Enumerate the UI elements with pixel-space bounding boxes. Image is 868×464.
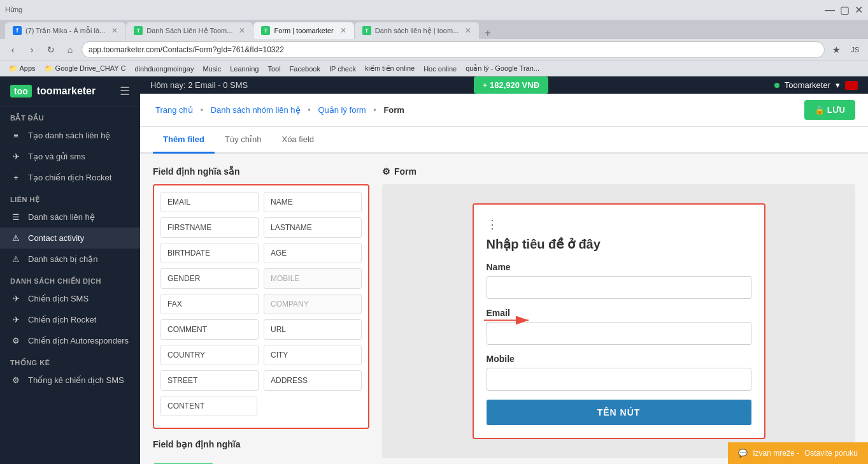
breadcrumb-forms[interactable]: Quản lý form xyxy=(318,105,366,115)
sidebar-label-rocket-camp: Chiến dịch Rocket xyxy=(28,315,96,324)
bookmark-apps[interactable]: 📁 Apps xyxy=(5,63,39,74)
bookmarks-bar: 📁 Apps 📁 Google Drive_CHAY C dinhduongmo… xyxy=(0,61,868,76)
bookmark-star[interactable]: ★ xyxy=(829,42,844,57)
field-lastname[interactable]: LASTNAME xyxy=(264,217,362,238)
back-btn[interactable]: ‹ xyxy=(5,42,20,57)
sidebar-label-send-sms: Tạo và gửi sms xyxy=(28,152,85,161)
tab-contacts2[interactable]: T Danh sách liên hệ | toom... ✕ xyxy=(355,22,480,39)
breadcrumb-home[interactable]: Trang chủ xyxy=(155,105,193,115)
logo-icon: too xyxy=(10,85,32,98)
form-preview-wrapper: ⋮ Nhập tiêu đề ở đây Name Email Mobile xyxy=(382,184,855,458)
field-country[interactable]: COUNTRY xyxy=(160,345,259,365)
field-age[interactable]: AGE xyxy=(264,243,362,263)
fields-row: STREET ADDRESS xyxy=(160,370,362,391)
tab-add-field[interactable]: Thêm filed xyxy=(153,127,215,154)
field-email[interactable]: EMAIL xyxy=(160,192,259,212)
tab-contacts[interactable]: T Danh Sách Liên Hệ Toom... ✕ xyxy=(126,22,253,39)
stats-icon: ⚙ xyxy=(10,375,22,385)
form-mobile-field: Mobile xyxy=(487,354,751,400)
field-company[interactable]: COMPANY xyxy=(264,294,362,314)
bookmark-tool[interactable]: Tool xyxy=(264,64,284,74)
sidebar-item-contact-activity[interactable]: ⚠ Contact activity xyxy=(0,228,140,249)
minimize-btn[interactable]: — xyxy=(825,4,835,16)
sidebar-item-contacts-list[interactable]: ☰ Danh sách liên hệ xyxy=(0,207,140,228)
field-city[interactable]: CITY xyxy=(264,345,362,365)
bookmark-dinh[interactable]: dinhduongmoingay xyxy=(131,64,197,74)
autoresponders-icon: ⚙ xyxy=(10,336,22,345)
right-panel: ⚙ Form xyxy=(382,166,855,464)
form-main-title: Nhập tiêu đề ở đây xyxy=(487,236,751,252)
sidebar-item-send-sms[interactable]: ✈ Tạo và gửi sms xyxy=(0,146,140,167)
form-settings-icon: ⚙ xyxy=(382,166,390,177)
sidebar-logo: too toomarketer ☰ xyxy=(0,76,140,106)
address-text: app.toomarketer.com/Contacts/Form?gId=76… xyxy=(89,45,284,54)
sidebar-label-contacts-list: Danh sách liên hệ xyxy=(28,212,95,222)
close-btn[interactable]: ✕ xyxy=(855,4,863,16)
bookmark-kiem[interactable]: kiếm tiền online xyxy=(361,63,418,74)
tab-label: Form | toomarketer xyxy=(274,27,333,34)
tab-close-icon[interactable]: ✕ xyxy=(340,26,346,35)
field-address[interactable]: ADDRESS xyxy=(264,370,362,391)
field-url[interactable]: URL xyxy=(264,319,362,340)
fields-row: FIRSTNAME LASTNAME xyxy=(160,217,362,238)
tab-close-icon[interactable]: ✕ xyxy=(111,26,118,35)
forward-btn[interactable]: › xyxy=(24,42,39,57)
field-birthdate[interactable]: BIRTHDATE xyxy=(160,243,259,263)
bookmark-facebook[interactable]: Facebook xyxy=(286,64,324,74)
new-tab-btn[interactable]: + xyxy=(480,27,495,39)
home-btn[interactable]: ⌂ xyxy=(62,42,78,57)
sidebar-item-create-list[interactable]: ≡ Tạo danh sách liên hệ xyxy=(0,125,140,146)
form-dots: ⋮ xyxy=(487,217,751,231)
tab-close-icon[interactable]: ✕ xyxy=(465,26,471,35)
tab-close-icon[interactable]: ✕ xyxy=(239,26,245,35)
field-street[interactable]: STREET xyxy=(160,370,259,391)
tab-favicon: T xyxy=(134,26,143,35)
breadcrumb-contacts[interactable]: Danh sách nhóm liên hệ xyxy=(211,105,301,115)
sms-icon: ✈ xyxy=(10,152,22,161)
sidebar-item-autoresponders[interactable]: ⚙ Chiến dịch Autoresponders xyxy=(0,330,140,351)
bookmark-music[interactable]: Music xyxy=(199,64,225,74)
field-comment[interactable]: COMMENT xyxy=(160,319,259,340)
bookmark-drive[interactable]: 📁 Google Drive_CHAY C xyxy=(41,63,130,74)
left-panel: Field định nghĩa sẵn EMAIL NAME FIRSTNAM… xyxy=(153,166,369,464)
bookmark-hoc[interactable]: Hoc online xyxy=(420,64,460,74)
field-fax[interactable]: FAX xyxy=(160,294,259,314)
breadcrumb-sep1: • xyxy=(200,105,205,115)
bookmark-quanly[interactable]: quản lý - Google Tran... xyxy=(462,63,543,74)
hamburger-icon[interactable]: ☰ xyxy=(120,84,130,98)
refresh-btn[interactable]: ↻ xyxy=(43,42,59,57)
tab-form[interactable]: T Form | toomarketer ✕ xyxy=(253,22,353,39)
user-menu[interactable]: Toomarketer xyxy=(785,80,830,90)
form-mobile-input[interactable] xyxy=(487,368,751,391)
field-content[interactable]: CONTENT xyxy=(160,396,257,416)
bookmark-ipcheck[interactable]: IP check xyxy=(325,64,360,74)
form-name-input[interactable] xyxy=(487,276,751,299)
bookmark-leanning[interactable]: Leanning xyxy=(226,64,262,74)
field-mobile[interactable]: MOBILE xyxy=(264,268,362,289)
sidebar-item-stats[interactable]: ⚙ Thống kê chiến dịch SMS xyxy=(0,370,140,391)
sidebar-item-blocked[interactable]: ⚠ Danh sách bị chặn xyxy=(0,249,140,270)
form-submit-btn[interactable]: TÊN NÚT xyxy=(487,400,751,425)
flag-icon xyxy=(845,81,858,90)
field-gender[interactable]: GENDER xyxy=(160,268,259,289)
address-input[interactable]: app.toomarketer.com/Contacts/Form?gId=76… xyxy=(82,41,825,58)
content-body: Field định nghĩa sẵn EMAIL NAME FIRSTNAM… xyxy=(140,154,868,464)
field-name[interactable]: NAME xyxy=(264,192,362,212)
maximize-btn[interactable]: ▢ xyxy=(840,4,850,16)
contacts-icon: ☰ xyxy=(10,212,22,222)
tab-customize[interactable]: Tùy chỉnh xyxy=(215,127,271,154)
save-button[interactable]: 🔒 LƯU xyxy=(804,100,855,120)
chat-widget[interactable]: 💬 Izvan mreže - Ostavite poruku xyxy=(728,442,868,464)
balance-btn[interactable]: + 182,920 VNĐ xyxy=(474,76,548,94)
tab-facebook[interactable]: f (7) Trần Mika - À mỗi là... ✕ xyxy=(5,22,125,39)
tab-delete-field[interactable]: Xóa field xyxy=(272,127,325,154)
field-firstname[interactable]: FIRSTNAME xyxy=(160,217,259,238)
extensions-btn[interactable]: JS xyxy=(848,42,863,57)
breadcrumb-sep2: • xyxy=(308,105,313,115)
tab-favicon: T xyxy=(261,26,270,35)
tab-favicon: T xyxy=(362,26,371,35)
sidebar-item-rocket-camp[interactable]: ✈ Chiến dịch Rocket xyxy=(0,309,140,330)
sidebar-label-blocked: Danh sách bị chặn xyxy=(28,254,98,264)
sidebar-item-sms-campaign[interactable]: ✈ Chiến dịch SMS xyxy=(0,288,140,309)
sidebar-item-rocket[interactable]: + Tạo chiến dịch Rocket xyxy=(0,167,140,188)
